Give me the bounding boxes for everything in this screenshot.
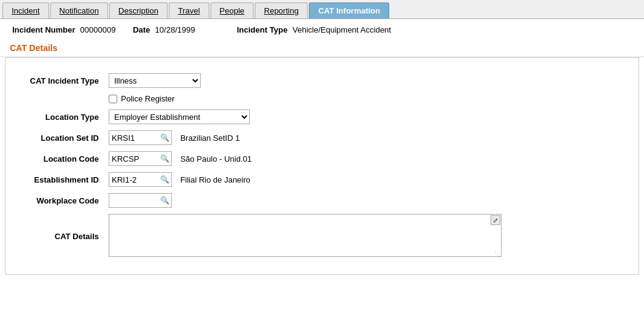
- workplace-code-row: Workplace Code 🔍: [6, 190, 638, 211]
- location-set-id-input[interactable]: [109, 131, 158, 144]
- location-code-input[interactable]: [109, 152, 158, 165]
- workplace-code-label: Workplace Code: [6, 190, 104, 211]
- establishment-id-input[interactable]: [109, 173, 158, 186]
- cat-details-textarea[interactable]: [109, 214, 502, 257]
- location-set-id-label: Location Set ID: [6, 127, 104, 148]
- workplace-code-input[interactable]: [109, 194, 158, 207]
- incident-type-value: Vehicle/Equipment Accident: [293, 25, 391, 34]
- location-code-description: São Paulo - Unid.01: [180, 154, 252, 164]
- location-type-row: Location Type Employer Establishment Oth…: [6, 106, 638, 127]
- info-bar: Incident Number 00000009 Date 10/28/1999…: [0, 19, 644, 41]
- tab-description[interactable]: Description: [109, 2, 168, 18]
- location-code-input-wrap[interactable]: 🔍: [109, 151, 172, 166]
- textarea-expand-button[interactable]: ⤢: [491, 215, 500, 225]
- location-type-select-wrap[interactable]: Employer Establishment Other: [109, 109, 250, 124]
- police-register-checkbox-row: Police Register: [109, 94, 621, 103]
- cat-details-textarea-wrap: ⤢ ⋱: [109, 214, 502, 259]
- location-set-id-search-button[interactable]: 🔍: [158, 133, 171, 142]
- police-register-label: Police Register: [121, 94, 174, 103]
- location-code-label: Location Code: [6, 148, 104, 169]
- location-set-id-input-wrap[interactable]: 🔍: [109, 130, 172, 145]
- workplace-code-input-wrap[interactable]: 🔍: [109, 193, 172, 208]
- cat-details-label: CAT Details: [6, 211, 104, 262]
- cat-details-form: CAT Incident Type Illness Accident Disea…: [6, 70, 638, 262]
- workplace-code-search-button[interactable]: 🔍: [158, 196, 171, 205]
- location-type-label: Location Type: [6, 106, 104, 127]
- tab-reporting[interactable]: Reporting: [255, 2, 308, 18]
- cat-incident-type-row: CAT Incident Type Illness Accident Disea…: [6, 70, 638, 91]
- tab-bar: Incident Notification Description Travel…: [0, 0, 644, 19]
- tab-notification[interactable]: Notification: [50, 2, 108, 18]
- cat-incident-type-select[interactable]: Illness Accident Disease: [109, 74, 200, 87]
- date-label: Date: [133, 25, 150, 34]
- tab-cat-information[interactable]: CAT Information: [309, 2, 389, 18]
- establishment-id-description: Filial Rio de Janeiro: [180, 175, 250, 184]
- cat-incident-type-label: CAT Incident Type: [6, 70, 104, 91]
- location-set-id-description: Brazilian SetID 1: [180, 133, 240, 143]
- cat-details-section: CAT Incident Type Illness Accident Disea…: [5, 57, 639, 275]
- incident-number-label: Incident Number: [12, 25, 76, 34]
- cat-incident-type-select-wrap[interactable]: Illness Accident Disease: [109, 73, 201, 88]
- tab-incident[interactable]: Incident: [2, 2, 49, 18]
- location-type-select[interactable]: Employer Establishment Other: [109, 110, 249, 124]
- location-set-id-row: Location Set ID 🔍 Brazilian SetID 1: [6, 127, 638, 148]
- establishment-id-row: Establishment ID 🔍 Filial Rio de Janeiro: [6, 169, 638, 190]
- section-title-cat-details: CAT Details: [0, 41, 644, 57]
- date-value: 10/28/1999: [155, 25, 195, 34]
- establishment-id-input-wrap[interactable]: 🔍: [109, 172, 172, 187]
- incident-number-value: 00000009: [80, 25, 116, 34]
- establishment-id-label: Establishment ID: [6, 169, 104, 190]
- establishment-id-search-button[interactable]: 🔍: [158, 175, 171, 184]
- location-code-row: Location Code 🔍 São Paulo - Unid.01: [6, 148, 638, 169]
- tab-travel[interactable]: Travel: [169, 2, 209, 18]
- police-register-row: Police Register: [6, 91, 638, 106]
- location-code-search-button[interactable]: 🔍: [158, 154, 171, 163]
- tab-people[interactable]: People: [211, 2, 254, 18]
- incident-type-label: Incident Type: [237, 25, 288, 34]
- cat-details-row: CAT Details ⤢ ⋱: [6, 211, 638, 262]
- police-register-checkbox[interactable]: [109, 95, 117, 103]
